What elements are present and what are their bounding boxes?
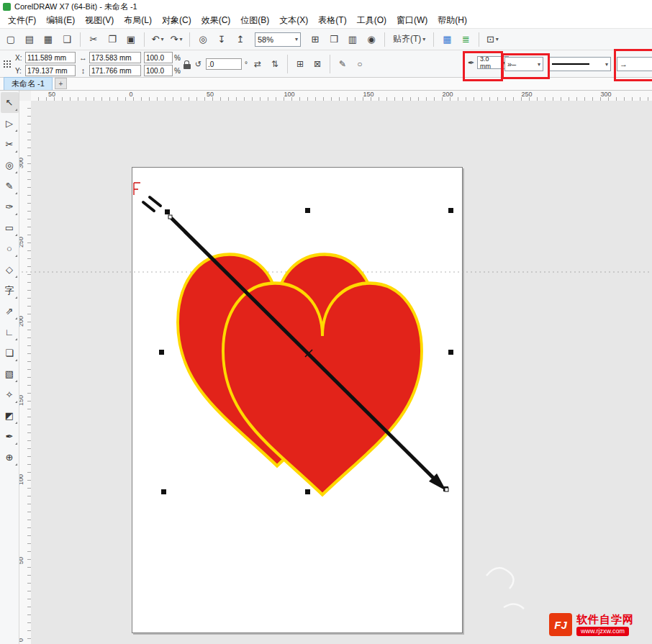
lock-ratio-icon[interactable] [184, 64, 191, 69]
crop-tool[interactable]: ✂ [1, 134, 19, 155]
open-button[interactable]: ▤ [21, 31, 38, 48]
ruler-tick-label: 300 [600, 91, 611, 98]
undo-button[interactable]: ↶▾ [149, 31, 166, 48]
ruler-tick-label: 50 [207, 91, 214, 98]
eye-icon: ◉ [367, 34, 375, 45]
origin-grid-icon[interactable] [2, 59, 12, 69]
document-page[interactable] [132, 167, 463, 633]
menu-help[interactable]: 帮助(H) [433, 13, 472, 28]
edit-bitmap-button[interactable]: ▦ [438, 31, 456, 48]
menu-table[interactable]: 表格(T) [313, 13, 351, 28]
rectangle-tool[interactable]: ▭ [1, 217, 19, 238]
menu-edit[interactable]: 编辑(E) [41, 13, 80, 28]
menu-view[interactable]: 视图(V) [80, 13, 119, 28]
end-arrowhead-combo[interactable]: → ▾ [617, 57, 652, 71]
curve-icon: ○ [357, 59, 362, 69]
outline-width-value: 3.0 mm [480, 55, 501, 70]
ungroup-objects-button[interactable]: ⊠ [310, 58, 325, 71]
new-tab-button[interactable]: + [55, 78, 67, 89]
object-height-field[interactable] [89, 65, 141, 76]
drop-shadow-tool[interactable]: ❏ [1, 343, 19, 363]
open-folder-icon: ▤ [25, 34, 34, 45]
fullscreen-preview-button[interactable]: ❒ [325, 31, 343, 48]
convert-to-curves-button[interactable]: ○ [353, 58, 367, 71]
object-height-icon: ↕ [78, 66, 88, 75]
document-tab-active[interactable]: 未命名 -1 [4, 77, 53, 90]
search-icon: ◎ [199, 34, 207, 45]
line-style-combo[interactable]: ▾ [549, 57, 611, 71]
redo-button[interactable]: ↷▾ [168, 31, 185, 48]
interactive-fill-tool[interactable]: ◩ [1, 405, 19, 426]
menu-bitmaps[interactable]: 位图(B) [235, 13, 274, 28]
outline-pen-tool[interactable]: ✒ [1, 426, 19, 447]
menu-tools[interactable]: 工具(O) [352, 13, 391, 28]
pick-tool[interactable]: ↖ [1, 92, 19, 113]
menu-file[interactable]: 文件(F) [3, 13, 41, 28]
window-title: CorelDRAW X7 (64-Bit) - 未命名 -1 [14, 1, 137, 12]
application-launcher-button[interactable]: ⊞ [307, 31, 324, 48]
start-arrowhead-combo[interactable]: »– ▾ [504, 57, 543, 71]
ellipse-tool[interactable]: ○ [1, 238, 19, 259]
artistic-media-icon: ✑ [6, 201, 14, 212]
menu-text[interactable]: 文本(X) [274, 13, 313, 28]
rotation-angle-field[interactable] [206, 58, 242, 70]
transparency-icon: ▧ [5, 368, 14, 379]
propbar-separator [330, 55, 330, 73]
edit-fill-icon: ⊕ [6, 452, 14, 463]
text-tool[interactable]: 字 [1, 280, 19, 301]
menu-window[interactable]: 窗口(W) [391, 13, 433, 28]
snap-to-button[interactable]: 贴齐(T) ▾ [389, 31, 429, 48]
zoom-tool[interactable]: ◎ [1, 155, 19, 176]
horizontal-ruler[interactable]: 50 0 50 100 150 200 250 300 [31, 91, 652, 101]
transparency-tool[interactable]: ▧ [1, 363, 19, 384]
export-button[interactable]: ↥ [232, 31, 249, 48]
show-rulers-button[interactable]: ▥ [344, 31, 361, 48]
snap-to-label: 贴齐(T) [393, 33, 421, 45]
edit-fill-tool[interactable]: ⊕ [1, 447, 19, 468]
polygon-tool[interactable]: ◇ [1, 259, 19, 280]
ruler-corner[interactable] [19, 91, 32, 101]
scale-x-field[interactable] [144, 52, 173, 63]
menu-object[interactable]: 对象(C) [157, 13, 196, 28]
color-eyedropper-tool[interactable]: ✧ [1, 384, 19, 405]
flip-vertical-icon: ⇅ [271, 59, 279, 69]
paste-button[interactable]: ▣ [122, 31, 140, 48]
freehand-tool[interactable]: ✎ [1, 176, 19, 196]
end-arrowhead-value: → [620, 60, 628, 68]
property-bar: X: Y: ↔ ↕ [0, 50, 652, 78]
clipboard-icon: ▣ [127, 34, 135, 45]
save-icon: ▦ [44, 34, 53, 45]
shape-tool[interactable]: ▷ [1, 113, 19, 134]
preview-mode-button[interactable]: ◉ [363, 31, 380, 48]
connector-tool[interactable]: ∟ [1, 322, 19, 343]
zoom-level-combo[interactable]: 58% ▾ [255, 32, 301, 47]
parallel-dimension-tool[interactable]: ⇗ [1, 301, 19, 322]
title-bar: CorelDRAW X7 (64-Bit) - 未命名 -1 [0, 0, 652, 13]
flip-horizontal-button[interactable]: ⇄ [250, 58, 265, 71]
new-document-button[interactable]: ▢ [2, 31, 19, 48]
edit-shape-button[interactable]: ✎ [335, 58, 350, 71]
menu-layout[interactable]: 布局(L) [119, 13, 157, 28]
search-content-button[interactable]: ◎ [194, 31, 212, 48]
x-position-field[interactable] [25, 52, 76, 63]
scale-y-field[interactable] [144, 65, 173, 76]
watermark: FJ 软件自学网 www.rjzxw.com [549, 613, 634, 636]
workspace-button[interactable]: ⊡▾ [484, 31, 501, 48]
group-objects-button[interactable]: ⊞ [293, 58, 307, 71]
copy-button[interactable]: ❐ [104, 31, 121, 48]
menu-effects[interactable]: 效果(C) [196, 13, 236, 28]
vertical-ruler[interactable]: 300 250 200 150 100 50 0 [19, 101, 32, 644]
cut-button[interactable]: ✂ [85, 31, 102, 48]
object-width-field[interactable] [89, 52, 141, 63]
artistic-media-tool[interactable]: ✑ [1, 196, 19, 217]
fill-tool-icon: ◩ [5, 410, 14, 421]
save-button[interactable]: ▦ [40, 31, 57, 48]
import-button[interactable]: ↧ [213, 31, 230, 48]
adjust-color-button[interactable]: ≣ [457, 31, 474, 48]
y-position-field[interactable] [25, 65, 76, 76]
flip-vertical-button[interactable]: ⇅ [268, 58, 282, 71]
print-button[interactable]: ❑ [58, 31, 76, 48]
image-icon: ▦ [443, 34, 451, 45]
ruler-icon: ▥ [348, 34, 357, 45]
shape-tool-icon: ▷ [6, 118, 13, 129]
